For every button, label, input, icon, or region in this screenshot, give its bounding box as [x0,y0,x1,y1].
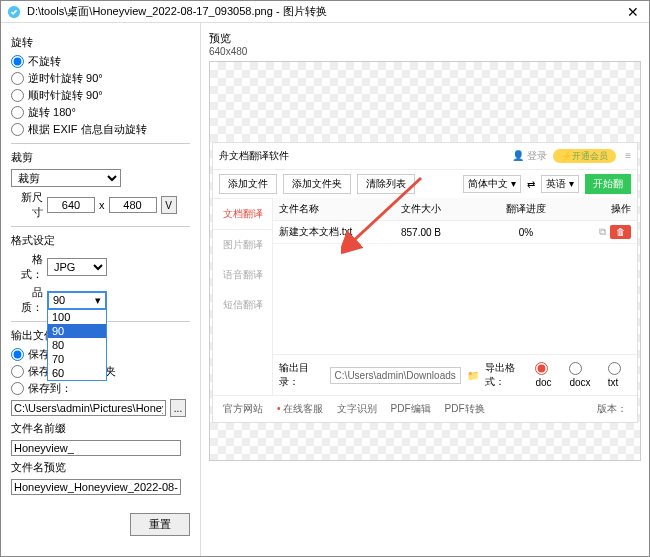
vip-button[interactable]: ⚡开通会员 [553,149,616,163]
rotate-ccw90-radio[interactable] [11,72,24,85]
rotate-exif-radio[interactable] [11,123,24,136]
preview-label: 预览 [209,31,641,46]
start-translate-button[interactable]: 开始翻 [585,174,631,194]
newsize-label: 新尺寸 [11,190,43,220]
settings-panel: 旋转 不旋转 逆时针旋转 90° 顺时针旋转 90° 旋转 180° 根据 EX… [1,23,201,556]
window-title: D:\tools\桌面\Honeyview_2022-08-17_093058.… [27,4,623,19]
embedded-app: 舟文档翻译软件 👤 登录 ⚡开通会员 ≡ 添加文件 添加文件夹 清除列表 简体中… [212,142,638,423]
quality-option[interactable]: 90 [48,324,106,338]
add-folder-button[interactable]: 添加文件夹 [283,174,351,194]
rotate-none-radio[interactable] [11,55,24,68]
lang-from-select[interactable]: 简体中文 ▾ [463,175,521,193]
format-select[interactable]: JPG [47,258,107,276]
preview-canvas: 舟文档翻译软件 👤 登录 ⚡开通会员 ≡ 添加文件 添加文件夹 清除列表 简体中… [209,61,641,461]
save-custom-radio[interactable] [11,382,24,395]
table-row[interactable]: 新建文本文档.txt 857.00 B 0% ⧉🗑 [273,221,637,244]
quality-option[interactable]: 100 [48,310,106,324]
format-label: 格式： [11,252,43,282]
app-icon [7,5,21,19]
fmt-docx-radio[interactable]: docx [569,362,601,388]
embedded-title: 舟文档翻译软件 [219,149,289,163]
swap-icon[interactable]: ⇄ [527,179,535,190]
tab-sms[interactable]: 短信翻译 [213,290,272,320]
filename-preview [11,479,181,495]
login-link[interactable]: 👤 登录 [512,150,547,161]
rotate-cw90-radio[interactable] [11,89,24,102]
size-lock-button[interactable]: V [161,196,177,214]
tab-document[interactable]: 文档翻译 [213,198,272,230]
quality-dropdown[interactable]: 90▾ 100 90 80 70 60 [47,291,107,310]
delete-row-button[interactable]: 🗑 [610,225,631,239]
preview-dims: 640x480 [209,46,641,57]
close-button[interactable]: ✕ [623,4,643,20]
tab-audio[interactable]: 语音翻译 [213,260,272,290]
output-dir-path[interactable]: C:\Users\admin\Downloads [330,367,461,384]
reset-button[interactable]: 重置 [130,513,190,536]
clear-list-button[interactable]: 清除列表 [357,174,415,194]
fmt-txt-radio[interactable]: txt [608,362,631,388]
save-original-radio[interactable] [11,348,24,361]
footer-link[interactable]: PDF转换 [445,402,485,416]
fmt-doc-radio[interactable]: doc [535,362,563,388]
rotation-section: 旋转 [11,35,190,50]
crop-select[interactable]: 裁剪 [11,169,121,187]
tab-image[interactable]: 图片翻译 [213,230,272,260]
footer-link[interactable]: 在线客服 [277,402,323,416]
quality-option[interactable]: 70 [48,352,106,366]
chevron-down-icon: ▾ [95,294,101,307]
quality-label: 品质： [11,285,43,315]
browse-button[interactable]: ... [170,399,186,417]
quality-options: 100 90 80 70 60 [47,309,107,381]
format-section: 格式设定 [11,233,190,248]
add-file-button[interactable]: 添加文件 [219,174,277,194]
quality-option[interactable]: 60 [48,366,106,380]
rotate-180-radio[interactable] [11,106,24,119]
table-header: 文件名称 文件大小 翻译进度 操作 [273,198,637,221]
copy-icon[interactable]: ⧉ [599,226,606,237]
prefix-label: 文件名前缀 [11,421,190,436]
crop-section: 裁剪 [11,150,190,165]
menu-icon[interactable]: ≡ [625,150,631,161]
open-folder-icon[interactable]: 📁 [467,370,479,381]
footer-link[interactable]: 文字识别 [337,402,377,416]
custom-path-input[interactable] [11,400,166,416]
footer-link[interactable]: 官方网站 [223,402,263,416]
save-pictures-radio[interactable] [11,365,24,378]
height-input[interactable] [109,197,157,213]
footer-link[interactable]: PDF编辑 [391,402,431,416]
lang-to-select[interactable]: 英语 ▾ [541,175,579,193]
quality-option[interactable]: 80 [48,338,106,352]
export-format-label: 导出格式： [485,361,530,389]
preview-panel: 预览 640x480 舟文档翻译软件 👤 登录 ⚡开通会员 ≡ 添加文件 添加文… [201,23,649,556]
filename-preview-label: 文件名预览 [11,460,190,475]
prefix-input[interactable] [11,440,181,456]
width-input[interactable] [47,197,95,213]
output-dir-label: 输出目录： [279,361,324,389]
version-label: 版本： [597,402,627,416]
titlebar: D:\tools\桌面\Honeyview_2022-08-17_093058.… [1,1,649,23]
